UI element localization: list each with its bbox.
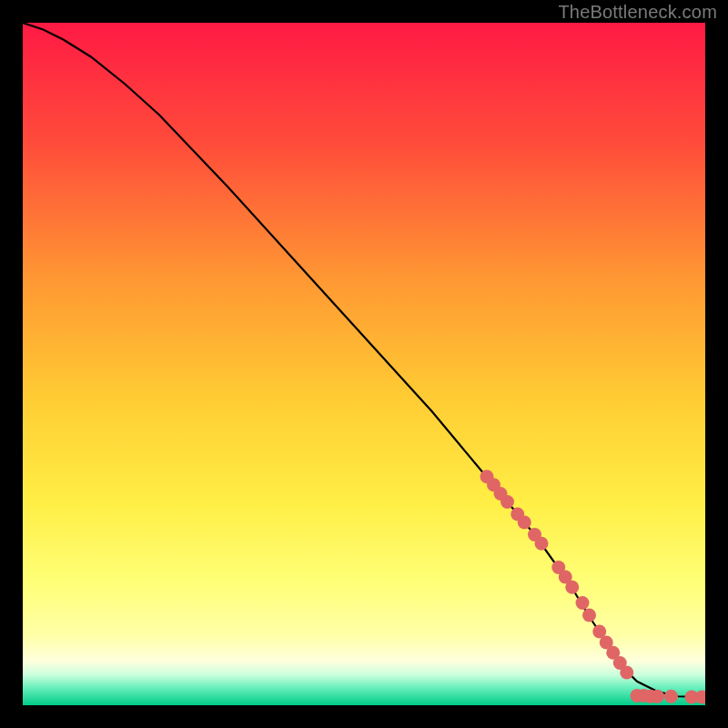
data-point (576, 596, 590, 610)
watermark-text: TheBottleneck.com (558, 2, 717, 23)
data-point (620, 666, 633, 680)
data-point (535, 537, 549, 551)
data-point (518, 516, 531, 530)
chart-stage: TheBottleneck.com (0, 0, 728, 728)
data-point (651, 690, 664, 703)
plot-area (23, 23, 705, 705)
data-point (664, 690, 678, 703)
dots-layer (23, 23, 705, 705)
data-point (565, 581, 579, 594)
data-point (582, 609, 596, 622)
data-point (500, 495, 514, 509)
data-point (695, 691, 705, 704)
